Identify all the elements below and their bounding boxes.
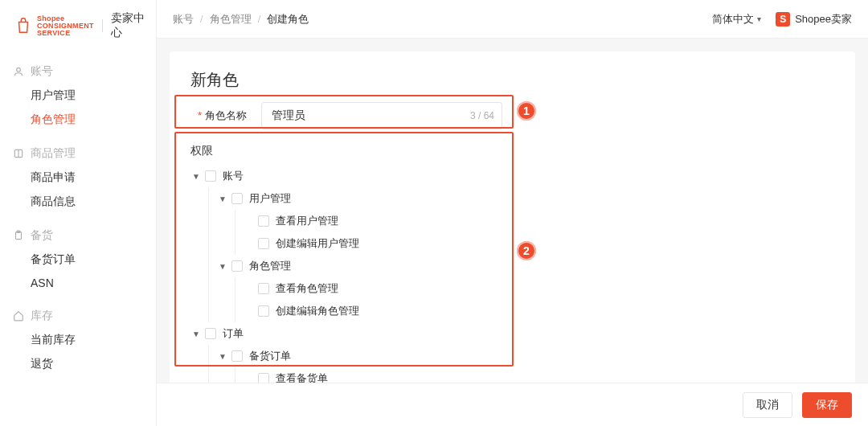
nav-group-products: 商品管理 商品申请 商品信息 <box>0 141 156 214</box>
chevron-down-icon: ▾ <box>757 14 761 23</box>
main: 账号 / 角色管理 / 创建角色 简体中文 ▾ S Shopee卖家 新角色 <box>157 0 868 426</box>
sidebar-item-returns[interactable]: 退货 <box>0 352 156 376</box>
checkbox[interactable] <box>205 328 216 339</box>
breadcrumb-role-management[interactable]: 角色管理 <box>210 12 252 27</box>
breadcrumb-create-role: 创建角色 <box>267 12 309 27</box>
nav-group-inventory: 库存 当前库存 退货 <box>0 304 156 376</box>
user-icon <box>13 66 24 77</box>
role-name-input[interactable] <box>261 102 502 129</box>
brand: Shopee CONSIGNMENT SERVICE 卖家中心 <box>0 0 156 48</box>
cancel-button[interactable]: 取消 <box>743 392 792 418</box>
caret-down-icon[interactable]: ▼ <box>190 172 202 181</box>
save-button[interactable]: 保存 <box>802 392 852 418</box>
nav-group-account: 账号 用户管理 角色管理 <box>0 59 156 132</box>
caret-down-icon[interactable]: ▼ <box>217 262 228 271</box>
page-title: 新角色 <box>190 69 834 91</box>
svg-point-0 <box>17 68 21 72</box>
tree-label: 备货订单 <box>249 349 291 363</box>
breadcrumb-account[interactable]: 账号 <box>173 12 194 27</box>
tree-leaf: ▼ 创建编辑用户管理 <box>244 232 834 255</box>
sidebar-item-role-management[interactable]: 角色管理 <box>0 108 156 132</box>
checkbox[interactable] <box>205 170 216 182</box>
checkbox[interactable] <box>231 260 243 272</box>
brand-divider <box>102 19 103 32</box>
nav-head-products[interactable]: 商品管理 <box>0 141 156 166</box>
tree-label: 订单 <box>223 326 244 341</box>
annotation-marker-2: 2 <box>517 241 536 260</box>
caret-down-icon[interactable]: ▼ <box>217 352 228 361</box>
tree-label: 查看用户管理 <box>276 214 338 228</box>
char-count: 3 / 64 <box>470 110 494 121</box>
caret-down-icon[interactable]: ▼ <box>190 330 202 338</box>
tree-label: 创建编辑角色管理 <box>276 304 359 318</box>
permissions-title: 权限 <box>190 144 834 158</box>
nav-head-account[interactable]: 账号 <box>0 59 156 84</box>
breadcrumb-sep: / <box>200 13 203 25</box>
role-name-label-text: 角色名称 <box>205 109 247 121</box>
cancel-button-label: 取消 <box>756 398 779 412</box>
checkbox[interactable] <box>258 305 269 317</box>
save-button-label: 保存 <box>816 398 838 412</box>
tree-label: 用户管理 <box>249 191 291 206</box>
tree-leaf: ▼ 查看用户管理 <box>244 210 834 232</box>
tree-node-stock-order: ▼ 备货订单 <box>217 345 834 367</box>
nav-head-label: 库存 <box>31 309 53 323</box>
brand-line3: SERVICE <box>37 30 94 37</box>
role-name-input-wrap: 3 / 64 <box>261 102 502 129</box>
tree-label: 角色管理 <box>249 259 291 273</box>
checkbox[interactable] <box>258 215 269 227</box>
topbar-right: 简体中文 ▾ S Shopee卖家 <box>712 12 852 27</box>
user-menu[interactable]: S Shopee卖家 <box>776 12 852 27</box>
required-star-icon: * <box>198 109 202 121</box>
nav-head-label: 备货 <box>31 228 53 243</box>
nav-head-inventory[interactable]: 库存 <box>0 304 156 328</box>
sidebar-item-stock-order[interactable]: 备货订单 <box>0 248 156 272</box>
tree-leaf: ▼ 查看备货单 <box>244 367 834 383</box>
card: 新角色 *角色名称 3 / 64 权限 ▼ <box>170 51 855 383</box>
sidebar-item-product-apply[interactable]: 商品申请 <box>0 166 156 190</box>
nav: 账号 用户管理 角色管理 商品管理 商品申请 商品信息 备货 <box>0 48 156 386</box>
sidebar: Shopee CONSIGNMENT SERVICE 卖家中心 账号 用户管理 … <box>0 0 157 426</box>
footer: 取消 保存 <box>157 383 868 426</box>
tree-node-user-management: ▼ 用户管理 <box>217 187 834 210</box>
tree-label: 查看备货单 <box>276 371 328 383</box>
permissions-tree: ▼ 账号 ▼ 用户管理 ▼ <box>190 165 834 383</box>
nav-head-stock[interactable]: 备货 <box>0 223 156 248</box>
caret-down-icon[interactable]: ▼ <box>217 195 228 203</box>
brand-title: 卖家中心 <box>111 11 146 40</box>
brand-text: Shopee CONSIGNMENT SERVICE <box>37 15 94 37</box>
checkbox[interactable] <box>231 350 243 362</box>
tree-node-orders: ▼ 订单 <box>190 322 834 345</box>
nav-group-stock: 备货 备货订单 ASN <box>0 223 156 294</box>
tree-leaf: ▼ 查看角色管理 <box>244 277 834 300</box>
sidebar-item-user-management[interactable]: 用户管理 <box>0 84 156 108</box>
nav-head-label: 账号 <box>31 64 53 79</box>
checkbox[interactable] <box>231 193 243 204</box>
sidebar-item-current-inventory[interactable]: 当前库存 <box>0 328 156 352</box>
sidebar-item-asn[interactable]: ASN <box>0 272 156 294</box>
home-icon <box>13 310 24 322</box>
language-label: 简体中文 <box>712 12 754 27</box>
tree-label: 查看角色管理 <box>276 281 338 296</box>
breadcrumb: 账号 / 角色管理 / 创建角色 <box>173 12 309 27</box>
box-icon <box>13 148 24 159</box>
checkbox[interactable] <box>258 373 269 383</box>
role-name-row: *角色名称 3 / 64 <box>190 102 834 129</box>
clipboard-icon <box>13 230 24 241</box>
shopee-bag-icon <box>14 17 32 35</box>
breadcrumb-sep: / <box>258 13 261 25</box>
sidebar-item-product-info[interactable]: 商品信息 <box>0 190 156 214</box>
user-badge-icon: S <box>776 12 790 27</box>
role-name-label: *角色名称 <box>190 109 247 123</box>
annotation-marker-1: 1 <box>517 101 536 121</box>
content-scroll[interactable]: 新角色 *角色名称 3 / 64 权限 ▼ <box>157 39 868 383</box>
topbar: 账号 / 角色管理 / 创建角色 简体中文 ▾ S Shopee卖家 <box>157 0 868 39</box>
tree-node-account: ▼ 账号 <box>190 165 834 187</box>
checkbox[interactable] <box>258 238 269 249</box>
tree-label: 账号 <box>223 169 244 183</box>
tree-label: 创建编辑用户管理 <box>276 236 359 251</box>
language-switcher[interactable]: 简体中文 ▾ <box>712 12 761 27</box>
nav-head-label: 商品管理 <box>31 146 76 161</box>
user-name: Shopee卖家 <box>795 12 852 27</box>
checkbox[interactable] <box>258 283 269 294</box>
